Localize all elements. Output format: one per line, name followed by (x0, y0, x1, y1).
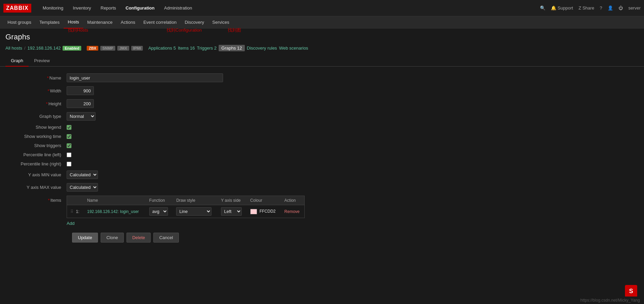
percentile-right-checkbox[interactable] (67, 162, 71, 166)
subnav-host-groups[interactable]: Host groups (3, 16, 35, 29)
sub-nav: Host groups Templates Hosts Maintenance … (0, 16, 644, 29)
function-select[interactable]: avg min max all last (149, 207, 168, 216)
colour-swatch[interactable] (250, 209, 257, 214)
col-name: Name (84, 196, 146, 205)
breadcrumb-triggers[interactable]: Triggers 2 (197, 46, 217, 51)
drag-handle-icon[interactable]: ⠿ (70, 209, 73, 214)
y-axis-max-row: Y axis MAX value Calculated Fixed Item (5, 183, 639, 192)
breadcrumb-graphs[interactable]: Graphs 12 (219, 45, 245, 51)
subnav-actions[interactable]: Actions (117, 16, 139, 29)
row-action: Remove (281, 205, 304, 218)
item-name-link[interactable]: 192.168.126.142: login_user (87, 209, 139, 214)
search-icon[interactable]: 🔍 (540, 5, 545, 11)
width-label: *Width (5, 88, 67, 93)
graph-type-select[interactable]: Normal Stacked Pie Exploded (67, 112, 96, 121)
y-axis-min-select[interactable]: Calculated Fixed Item (67, 171, 98, 179)
row-num: 1: (76, 209, 79, 214)
y-axis-side-select[interactable]: Left Right (221, 207, 242, 216)
col-drag (67, 196, 84, 205)
tabs: Graph Preview (0, 55, 644, 67)
col-function: Function (146, 196, 173, 205)
nav-reports[interactable]: Reports (96, 0, 121, 16)
help-icon[interactable]: ? (600, 5, 602, 11)
clone-button[interactable]: Clone (101, 233, 124, 243)
graph-type-row: Graph type Normal Stacked Pie Exploded (5, 112, 639, 121)
delete-button[interactable]: Delete (126, 233, 151, 243)
breadcrumb: All hosts / 192.168.126.142 Enabled ZBX … (0, 43, 644, 53)
show-triggers-label: Show triggers (5, 143, 67, 148)
logo: ZABBIX (3, 4, 31, 13)
name-input[interactable] (67, 73, 223, 82)
status-enabled-badge: Enabled (63, 46, 81, 51)
subnav-discovery[interactable]: Discovery (181, 16, 208, 29)
page-header: Graphs (0, 29, 644, 43)
height-label: *Height (5, 101, 67, 106)
support-link[interactable]: 🔔 Support (551, 5, 573, 11)
cancel-button[interactable]: Cancel (153, 233, 179, 243)
update-button[interactable]: Update (72, 233, 98, 243)
nav-administration[interactable]: Administration (159, 0, 197, 16)
percentile-left-label: Percentile line (left) (5, 152, 67, 157)
server-label: server (628, 5, 641, 11)
width-input[interactable] (67, 86, 94, 95)
show-working-time-checkbox-wrapper (67, 134, 71, 139)
graph-type-label: Graph type (5, 114, 67, 119)
show-triggers-checkbox-wrapper (67, 143, 71, 148)
percentile-right-row: Percentile line (right) (5, 161, 639, 166)
show-legend-label: Show legend (5, 125, 67, 130)
height-row: *Height (5, 99, 639, 108)
subnav-services[interactable]: Services (208, 16, 233, 29)
badge-jmx: JMX (117, 46, 129, 51)
breadcrumb-discovery-rules[interactable]: Discovery rules (247, 46, 277, 51)
badge-snmp: SNMP (100, 46, 115, 51)
remove-button[interactable]: Remove (284, 209, 300, 214)
add-item-link[interactable]: Add (67, 221, 74, 226)
subnav-hosts[interactable]: Hosts (64, 16, 83, 29)
breadcrumb-host-ip[interactable]: 192.168.126.142 (28, 46, 61, 51)
percentile-left-row: Percentile line (left) (5, 152, 639, 157)
nav-inventory[interactable]: Inventory (68, 0, 96, 16)
nav-configuration[interactable]: Configuration (121, 0, 159, 16)
draw-style-select[interactable]: Line Filled region Bold line Dot Dashed … (176, 207, 211, 216)
breadcrumb-sep-1: / (24, 46, 26, 51)
show-working-time-label: Show working time (5, 134, 67, 139)
row-drag: ⠿ 1: (67, 205, 84, 218)
table-row: ⠿ 1: 192.168.126.142: login_user avg min (67, 205, 305, 218)
items-table: Name Function Draw style Y axis side Col… (67, 196, 305, 218)
subnav-event-correlation[interactable]: Event correlation (139, 16, 181, 29)
show-legend-row: Show legend (5, 125, 639, 130)
col-draw-style: Draw style (173, 196, 218, 205)
y-axis-max-label: Y axis MAX value (5, 185, 67, 190)
colour-value: FFCDD2 (259, 209, 275, 214)
y-axis-max-select[interactable]: Calculated Fixed Item (67, 183, 98, 192)
show-working-time-checkbox[interactable] (67, 134, 71, 139)
breadcrumb-all-hosts[interactable]: All hosts (5, 46, 22, 51)
y-axis-min-label: Y axis MIN value (5, 172, 67, 177)
share-link[interactable]: Z Share (578, 5, 594, 11)
percentile-left-checkbox[interactable] (67, 153, 71, 157)
logout-icon[interactable]: ⏻ (618, 5, 623, 11)
tab-graph[interactable]: Graph (5, 55, 29, 67)
row-function: avg min max all last (146, 205, 173, 218)
percentile-left-checkbox-wrapper (67, 153, 71, 157)
row-item-name: 192.168.126.142: login_user (84, 205, 146, 218)
tab-preview[interactable]: Preview (29, 55, 55, 67)
badge-ipmi: IPMI (131, 46, 143, 51)
subnav-maintenance[interactable]: Maintenance (83, 16, 117, 29)
show-triggers-row: Show triggers (5, 143, 639, 148)
name-label: *Name (5, 75, 67, 81)
top-nav: ZABBIX Monitoring Inventory Reports Conf… (0, 0, 644, 16)
breadcrumb-items[interactable]: Items 16 (178, 46, 195, 51)
badge-zbx: ZBX (87, 46, 98, 51)
nav-monitoring[interactable]: Monitoring (38, 0, 68, 16)
show-legend-checkbox-wrapper (67, 125, 71, 130)
width-row: *Width (5, 86, 639, 95)
height-input[interactable] (67, 99, 94, 108)
show-triggers-checkbox[interactable] (67, 143, 71, 148)
user-icon[interactable]: 👤 (608, 5, 613, 11)
subnav-templates[interactable]: Templates (35, 16, 64, 29)
form-area: *Name *Width *Height Graph type Normal S… (0, 67, 644, 249)
breadcrumb-web-scenarios[interactable]: Web scenarios (279, 46, 308, 51)
show-legend-checkbox[interactable] (67, 125, 71, 130)
breadcrumb-applications[interactable]: Applications 5 (148, 46, 176, 51)
